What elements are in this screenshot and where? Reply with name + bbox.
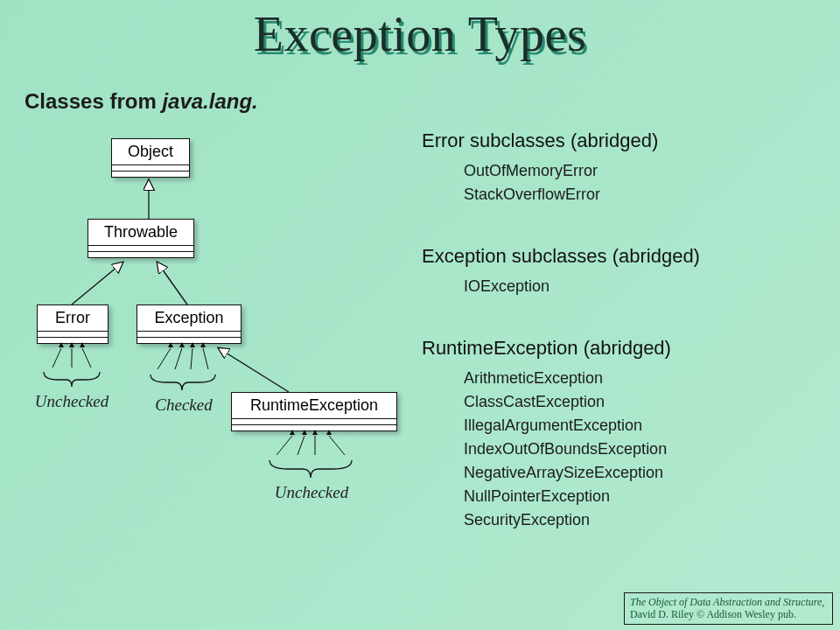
list-item: SecurityException <box>464 508 824 532</box>
uml-name: Error <box>38 305 108 331</box>
svg-line-18 <box>276 436 292 455</box>
uml-box-error: Error <box>37 304 108 344</box>
label-unchecked-runtime: Unchecked <box>270 483 354 502</box>
list-item: IllegalArgumentException <box>464 414 824 438</box>
section-heading: Error subclasses (abridged) <box>422 130 824 152</box>
title-text: Exception Types <box>254 6 586 62</box>
svg-line-13 <box>203 348 208 369</box>
uml-name: RuntimeException <box>232 393 396 418</box>
svg-line-10 <box>158 348 171 369</box>
svg-line-4 <box>52 348 61 368</box>
label-checked: Checked <box>145 396 222 415</box>
list-item: StackOverflowError <box>464 183 824 206</box>
citation-book: The Object of Data Abstraction and Struc… <box>630 596 822 608</box>
uml-box-object: Object <box>111 138 190 178</box>
list-item: NullPointerException <box>464 485 824 508</box>
uml-box-exception: Exception <box>136 304 242 344</box>
section-items: IOException <box>464 275 824 298</box>
svg-line-21 <box>329 436 345 455</box>
slide: Exception Types Exception Types Classes … <box>0 0 840 630</box>
uml-box-throwable: Throwable <box>88 219 194 258</box>
subtitle-prefix: Classes from <box>24 89 162 113</box>
svg-line-1 <box>72 262 122 304</box>
uml-name: Exception <box>137 305 241 331</box>
label-unchecked-error: Unchecked <box>32 392 112 411</box>
list-item: IOException <box>464 275 824 298</box>
svg-line-6 <box>82 348 91 368</box>
list-item: NegativeArraySizeException <box>464 461 824 485</box>
section-heading: Exception subclasses (abridged) <box>422 245 824 268</box>
list-item: OutOfMemoryError <box>464 159 824 183</box>
svg-line-19 <box>298 436 304 455</box>
subtitle: Classes from java.lang. <box>24 89 258 114</box>
svg-line-11 <box>175 348 182 369</box>
svg-line-2 <box>158 262 187 304</box>
list-item: ArithmeticException <box>464 367 824 390</box>
section-items: ArithmeticException ClassCastException I… <box>464 367 824 532</box>
subtitle-package: java.lang. <box>162 89 257 113</box>
list-item: ClassCastException <box>464 390 824 414</box>
svg-line-3 <box>219 348 289 392</box>
uml-name: Object <box>112 139 189 164</box>
uml-name: Throwable <box>88 220 193 245</box>
section-items: OutOfMemoryError StackOverflowError <box>464 159 824 206</box>
list-item: IndexOutOfBoundsException <box>464 438 824 461</box>
subclass-lists: Error subclasses (abridged) OutOfMemoryE… <box>422 130 824 537</box>
svg-line-12 <box>191 348 192 369</box>
section-heading: RuntimeException (abridged) <box>422 337 824 360</box>
uml-box-runtimeexception: RuntimeException <box>231 392 397 431</box>
citation-box: The Object of Data Abstraction and Struc… <box>624 592 833 625</box>
